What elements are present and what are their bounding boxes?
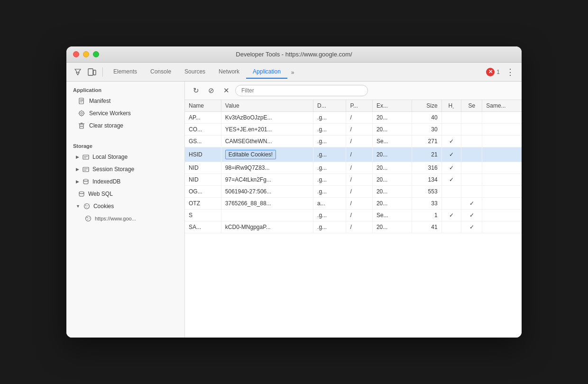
tab-elements[interactable]: Elements bbox=[107, 65, 144, 79]
cell-httponly bbox=[441, 112, 461, 124]
cell-domain: .g... bbox=[313, 124, 346, 136]
devtools-toolbar: Elements Console Sources Network Applica… bbox=[66, 63, 522, 82]
cell-expires: 20... bbox=[372, 198, 412, 210]
filter-input[interactable] bbox=[235, 85, 368, 96]
cell-path: / bbox=[346, 112, 373, 124]
device-toggle-icon[interactable] bbox=[85, 65, 99, 79]
svg-point-32 bbox=[86, 207, 87, 208]
cell-domain: .g... bbox=[313, 162, 346, 174]
col-header-samesite[interactable]: Same... bbox=[482, 100, 522, 112]
cell-name: AP... bbox=[185, 112, 221, 124]
svg-point-25 bbox=[83, 179, 88, 181]
error-indicator: ✕ 1 bbox=[486, 68, 500, 76]
cell-samesite bbox=[482, 147, 522, 162]
cell-domain: a... bbox=[313, 198, 346, 210]
col-header-httponly[interactable]: H˰ bbox=[441, 100, 461, 112]
cookies-panel: ↻ ⊘ ✕ Name Value D... P... Ex... Size bbox=[185, 82, 522, 338]
sidebar-item-cookies-url[interactable]: https://www.goo... bbox=[66, 212, 184, 225]
table-row[interactable]: HSID Editable Cookies! .g... / 20... 21 … bbox=[185, 147, 522, 162]
cell-httponly: ✓ bbox=[441, 174, 461, 186]
cell-samesite bbox=[482, 210, 522, 221]
cell-expires: 20... bbox=[372, 124, 412, 136]
cell-path: / bbox=[346, 221, 373, 233]
col-header-name[interactable]: Name bbox=[185, 100, 221, 112]
tab-sources[interactable]: Sources bbox=[178, 65, 212, 79]
titlebar: Developer Tools - https://www.google.com… bbox=[66, 46, 522, 63]
cell-size: 40 bbox=[412, 112, 441, 124]
tab-console[interactable]: Console bbox=[144, 65, 178, 79]
sidebar-item-service-workers[interactable]: Service Workers bbox=[66, 107, 184, 119]
svg-point-29 bbox=[84, 204, 89, 209]
clear-button[interactable]: ✕ bbox=[220, 84, 232, 97]
table-row[interactable]: CO... YES+JE.en+201... .g... / 20... 30 bbox=[185, 124, 522, 136]
sidebar-item-clear-storage[interactable]: Clear storage bbox=[66, 119, 184, 132]
svg-rect-20 bbox=[84, 156, 88, 157]
cell-samesite bbox=[482, 124, 522, 136]
clear-storage-icon bbox=[78, 122, 85, 129]
cell-samesite bbox=[482, 162, 522, 174]
cell-expires: 20... bbox=[372, 221, 412, 233]
inspector-icon[interactable] bbox=[71, 65, 84, 79]
table-row[interactable]: GS... CAMSEGtheWN... .g... / Se... 271 ✓ bbox=[185, 136, 522, 147]
cell-secure: ✓ bbox=[461, 210, 482, 221]
svg-point-30 bbox=[85, 205, 86, 206]
sidebar-item-manifest[interactable]: Manifest bbox=[66, 95, 184, 107]
sidebar-item-indexeddb[interactable]: ▶ IndexedDB bbox=[66, 175, 184, 188]
cell-size: 316 bbox=[412, 162, 441, 174]
close-button[interactable] bbox=[73, 51, 79, 57]
cell-name: NID bbox=[185, 174, 221, 186]
cell-expires: 20... bbox=[372, 186, 412, 198]
cell-domain: .g... bbox=[313, 174, 346, 186]
col-header-expires[interactable]: Ex... bbox=[372, 100, 412, 112]
table-row[interactable]: S .g... / Se... 1 ✓ ✓ bbox=[185, 210, 522, 221]
table-row[interactable]: OTZ 3765266_88_88... a... / 20... 33 ✓ bbox=[185, 198, 522, 210]
sidebar-item-local-storage[interactable]: ▶ Local Storage bbox=[66, 151, 184, 163]
cell-domain: .g... bbox=[313, 186, 346, 198]
cell-value: YES+JE.en+201... bbox=[221, 124, 313, 136]
sidebar-item-websql[interactable]: Web SQL bbox=[66, 188, 184, 200]
maximize-button[interactable] bbox=[93, 51, 99, 57]
editable-cell[interactable]: Editable Cookies! bbox=[225, 150, 276, 159]
indexeddb-icon bbox=[82, 178, 90, 185]
table-row[interactable]: NID 98=iRw9Q7Z83... .g... / 20... 316 ✓ bbox=[185, 162, 522, 174]
more-options-icon[interactable]: ⋮ bbox=[504, 65, 517, 79]
websql-icon bbox=[78, 190, 85, 198]
cell-path: / bbox=[346, 210, 373, 221]
cell-name: SA... bbox=[185, 221, 221, 233]
cell-domain: .g... bbox=[313, 210, 346, 221]
cell-value: 97=AC4tLkn2Fg... bbox=[221, 174, 313, 186]
table-row[interactable]: AP... Kv3tAzBoOJzpE... .g... / 20... 40 bbox=[185, 112, 522, 124]
svg-point-37 bbox=[89, 218, 90, 219]
sidebar-item-cookies[interactable]: ▼ Cookies bbox=[66, 200, 184, 212]
table-body: AP... Kv3tAzBoOJzpE... .g... / 20... 40 … bbox=[185, 112, 522, 233]
col-header-path[interactable]: P... bbox=[346, 100, 373, 112]
table-row[interactable]: OG... 5061940-27:506... .g... / 20... 55… bbox=[185, 186, 522, 198]
col-header-secure[interactable]: Se bbox=[461, 100, 482, 112]
table-header-row: Name Value D... P... Ex... Size H˰ Se Sa… bbox=[185, 100, 522, 112]
tab-application[interactable]: Application bbox=[246, 65, 287, 79]
table-row[interactable]: SA... kCD0-MNgpgaP... .g... / 20... 41 ✓ bbox=[185, 221, 522, 233]
refresh-button[interactable]: ↻ bbox=[190, 84, 202, 97]
expand-arrow-session-storage: ▶ bbox=[76, 167, 79, 172]
block-button[interactable]: ⊘ bbox=[205, 84, 217, 97]
cell-domain: .g... bbox=[313, 136, 346, 147]
col-header-size[interactable]: Size bbox=[412, 100, 441, 112]
svg-point-31 bbox=[87, 205, 88, 206]
col-header-domain[interactable]: D... bbox=[313, 100, 346, 112]
cookies-table-container: Name Value D... P... Ex... Size H˰ Se Sa… bbox=[185, 100, 522, 338]
minimize-button[interactable] bbox=[83, 51, 89, 57]
cell-size: 553 bbox=[412, 186, 441, 198]
tab-more-icon[interactable]: » bbox=[287, 66, 298, 79]
cookies-table: Name Value D... P... Ex... Size H˰ Se Sa… bbox=[185, 100, 522, 233]
table-row[interactable]: NID 97=AC4tLkn2Fg... .g... / 20... 134 ✓ bbox=[185, 174, 522, 186]
cell-value: Editable Cookies! bbox=[221, 147, 313, 162]
cell-secure bbox=[461, 147, 482, 162]
cell-path: / bbox=[346, 136, 373, 147]
tab-network[interactable]: Network bbox=[212, 65, 246, 79]
col-header-value[interactable]: Value bbox=[221, 100, 313, 112]
cookies-icon bbox=[83, 202, 91, 210]
sidebar-item-session-storage[interactable]: ▶ Session Storage bbox=[66, 163, 184, 175]
cookies-url-icon bbox=[84, 215, 92, 222]
cell-expires: 20... bbox=[372, 162, 412, 174]
cookies-url-label: https://www.goo... bbox=[95, 216, 136, 221]
